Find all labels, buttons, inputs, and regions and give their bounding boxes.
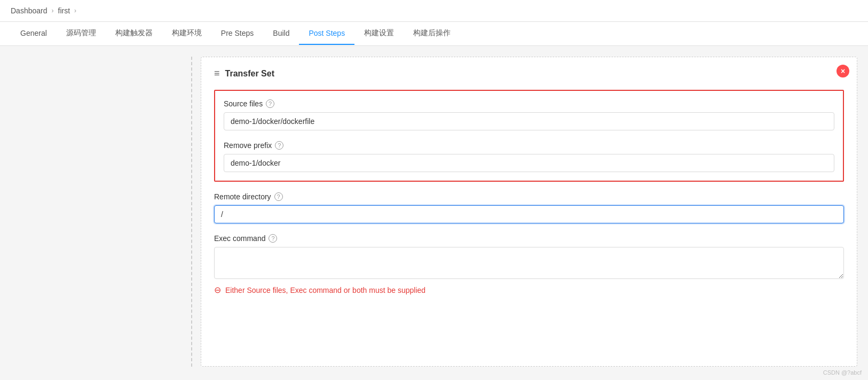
source-files-label: Source files ? xyxy=(224,99,834,108)
remote-directory-input[interactable] xyxy=(214,205,844,223)
source-files-help-icon[interactable]: ? xyxy=(266,99,274,108)
source-files-input[interactable] xyxy=(224,112,834,130)
remove-prefix-input[interactable] xyxy=(224,154,834,172)
remote-directory-help-icon[interactable]: ? xyxy=(274,192,283,201)
remote-directory-label: Remote directory ? xyxy=(214,192,844,201)
breadcrumb-sep-2: › xyxy=(74,7,76,14)
main-content: ≡ Transfer Set × Source files ? Remove p… xyxy=(0,46,868,377)
tab-bar: General 源码管理 构建触发器 构建环境 Pre Steps Build … xyxy=(0,22,868,46)
remove-prefix-label: Remove prefix ? xyxy=(224,141,834,150)
breadcrumb-first[interactable]: first xyxy=(58,6,70,15)
remote-directory-group: Remote directory ? xyxy=(214,192,844,223)
error-text: Either Source files, Exec command or bot… xyxy=(225,286,425,294)
exec-command-label: Exec command ? xyxy=(214,234,844,243)
breadcrumb-dashboard[interactable]: Dashboard xyxy=(11,6,48,15)
highlight-box: Source files ? Remove prefix ? xyxy=(214,90,844,182)
remove-prefix-group: Remove prefix ? xyxy=(224,141,834,172)
exec-command-group: Exec command ? ⊖ Either Source files, Ex… xyxy=(214,234,844,295)
menu-icon: ≡ xyxy=(214,68,220,79)
exec-command-input[interactable] xyxy=(214,247,844,279)
source-files-group: Source files ? xyxy=(224,99,834,130)
tab-general[interactable]: General xyxy=(11,22,57,45)
remove-prefix-help-icon[interactable]: ? xyxy=(275,141,283,150)
source-files-label-text: Source files xyxy=(224,99,263,108)
tab-build-env[interactable]: 构建环境 xyxy=(162,22,211,45)
exec-command-help-icon[interactable]: ? xyxy=(269,234,277,243)
tab-build-trigger[interactable]: 构建触发器 xyxy=(106,22,162,45)
tab-post-steps[interactable]: Post Steps xyxy=(299,22,354,45)
form-panel: ≡ Transfer Set × Source files ? Remove p… xyxy=(201,57,857,367)
tab-source-management[interactable]: 源码管理 xyxy=(57,22,106,45)
left-sidebar xyxy=(11,57,192,367)
remove-prefix-label-text: Remove prefix xyxy=(224,141,272,150)
error-icon: ⊖ xyxy=(214,285,221,295)
panel-header: ≡ Transfer Set xyxy=(214,68,844,79)
close-button[interactable]: × xyxy=(837,65,849,77)
tab-build-settings[interactable]: 构建设置 xyxy=(354,22,404,45)
exec-command-label-text: Exec command xyxy=(214,234,265,243)
remote-directory-label-text: Remote directory xyxy=(214,192,271,201)
tab-pre-steps[interactable]: Pre Steps xyxy=(211,22,263,45)
tab-build[interactable]: Build xyxy=(263,22,299,45)
panel-title: Transfer Set xyxy=(225,69,274,79)
breadcrumb: Dashboard › first › xyxy=(0,0,868,22)
tab-post-build[interactable]: 构建后操作 xyxy=(404,22,460,45)
breadcrumb-sep-1: › xyxy=(52,7,54,14)
error-message: ⊖ Either Source files, Exec command or b… xyxy=(214,285,844,295)
watermark: CSDN @?abcf xyxy=(823,369,862,376)
